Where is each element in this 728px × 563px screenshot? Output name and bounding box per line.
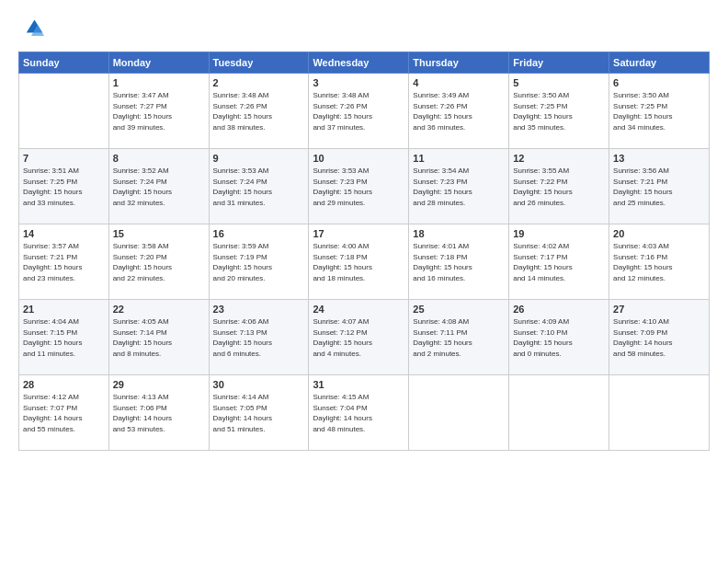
day-info: Sunrise: 4:02 AM Sunset: 7:17 PM Dayligh… [513, 241, 605, 283]
day-info: Sunrise: 4:06 AM Sunset: 7:13 PM Dayligh… [213, 316, 305, 359]
calendar-cell: 2Sunrise: 3:48 AM Sunset: 7:26 PM Daylig… [209, 74, 309, 149]
calendar-week-1: 1Sunrise: 3:47 AM Sunset: 7:27 PM Daylig… [19, 74, 710, 149]
day-number: 21 [23, 304, 105, 315]
day-number: 14 [23, 228, 105, 239]
calendar-cell: 4Sunrise: 3:49 AM Sunset: 7:26 PM Daylig… [409, 74, 509, 149]
day-number: 25 [413, 304, 505, 315]
day-info: Sunrise: 3:47 AM Sunset: 7:27 PM Dayligh… [113, 90, 205, 132]
day-number: 3 [313, 77, 404, 88]
calendar-cell: 21Sunrise: 4:04 AM Sunset: 7:15 PM Dayli… [19, 300, 109, 375]
day-number: 4 [413, 77, 505, 88]
day-number: 29 [113, 379, 205, 390]
day-info: Sunrise: 4:13 AM Sunset: 7:06 PM Dayligh… [113, 392, 205, 434]
day-number: 26 [513, 304, 605, 315]
day-number: 24 [313, 304, 404, 315]
calendar-cell: 6Sunrise: 3:50 AM Sunset: 7:25 PM Daylig… [609, 74, 710, 149]
day-info: Sunrise: 3:51 AM Sunset: 7:25 PM Dayligh… [23, 166, 105, 208]
day-number: 8 [113, 153, 205, 164]
day-info: Sunrise: 3:48 AM Sunset: 7:26 PM Dayligh… [313, 90, 404, 132]
calendar-cell: 26Sunrise: 4:09 AM Sunset: 7:10 PM Dayli… [509, 300, 609, 375]
calendar-cell: 7Sunrise: 3:51 AM Sunset: 7:25 PM Daylig… [19, 149, 109, 224]
calendar-cell: 28Sunrise: 4:12 AM Sunset: 7:07 PM Dayli… [19, 375, 109, 451]
calendar-cell: 19Sunrise: 4:02 AM Sunset: 7:17 PM Dayli… [509, 224, 609, 300]
calendar-header-row: SundayMondayTuesdayWednesdayThursdayFrid… [19, 52, 710, 74]
calendar-cell: 18Sunrise: 4:01 AM Sunset: 7:18 PM Dayli… [409, 224, 509, 300]
header [18, 17, 710, 42]
day-info: Sunrise: 4:09 AM Sunset: 7:10 PM Dayligh… [513, 316, 605, 359]
day-info: Sunrise: 3:52 AM Sunset: 7:24 PM Dayligh… [113, 166, 205, 208]
calendar-cell [19, 74, 109, 149]
day-number: 15 [113, 228, 205, 239]
calendar-cell: 1Sunrise: 3:47 AM Sunset: 7:27 PM Daylig… [108, 74, 209, 149]
day-number: 17 [313, 228, 404, 239]
weekday-header-wednesday: Wednesday [309, 52, 409, 74]
weekday-header-thursday: Thursday [409, 52, 509, 74]
day-number: 23 [213, 304, 305, 315]
logo [18, 17, 48, 42]
day-info: Sunrise: 3:50 AM Sunset: 7:25 PM Dayligh… [613, 90, 705, 132]
day-info: Sunrise: 3:56 AM Sunset: 7:21 PM Dayligh… [613, 166, 705, 208]
calendar-week-3: 14Sunrise: 3:57 AM Sunset: 7:21 PM Dayli… [19, 224, 710, 300]
day-number: 22 [113, 304, 205, 315]
calendar-cell: 20Sunrise: 4:03 AM Sunset: 7:16 PM Dayli… [609, 224, 710, 300]
day-number: 7 [23, 153, 105, 164]
day-info: Sunrise: 3:55 AM Sunset: 7:22 PM Dayligh… [513, 166, 605, 208]
day-info: Sunrise: 4:01 AM Sunset: 7:18 PM Dayligh… [413, 241, 505, 283]
calendar-cell: 15Sunrise: 3:58 AM Sunset: 7:20 PM Dayli… [108, 224, 209, 300]
day-info: Sunrise: 4:14 AM Sunset: 7:05 PM Dayligh… [213, 392, 305, 434]
day-info: Sunrise: 3:58 AM Sunset: 7:20 PM Dayligh… [113, 241, 205, 283]
day-number: 10 [313, 153, 404, 164]
day-info: Sunrise: 3:53 AM Sunset: 7:23 PM Dayligh… [313, 166, 404, 208]
day-number: 27 [613, 304, 705, 315]
day-number: 13 [613, 153, 705, 164]
weekday-header-sunday: Sunday [19, 52, 109, 74]
calendar-cell: 25Sunrise: 4:08 AM Sunset: 7:11 PM Dayli… [409, 300, 509, 375]
calendar-cell: 9Sunrise: 3:53 AM Sunset: 7:24 PM Daylig… [209, 149, 309, 224]
day-number: 18 [413, 228, 505, 239]
calendar-cell: 11Sunrise: 3:54 AM Sunset: 7:23 PM Dayli… [409, 149, 509, 224]
calendar-cell: 24Sunrise: 4:07 AM Sunset: 7:12 PM Dayli… [309, 300, 409, 375]
calendar-cell [509, 375, 609, 451]
calendar-cell: 29Sunrise: 4:13 AM Sunset: 7:06 PM Dayli… [108, 375, 209, 451]
day-number: 16 [213, 228, 305, 239]
day-info: Sunrise: 3:49 AM Sunset: 7:26 PM Dayligh… [413, 90, 505, 132]
calendar-cell: 22Sunrise: 4:05 AM Sunset: 7:14 PM Dayli… [108, 300, 209, 375]
day-info: Sunrise: 4:10 AM Sunset: 7:09 PM Dayligh… [613, 316, 705, 359]
calendar-cell: 30Sunrise: 4:14 AM Sunset: 7:05 PM Dayli… [209, 375, 309, 451]
calendar-cell: 10Sunrise: 3:53 AM Sunset: 7:23 PM Dayli… [309, 149, 409, 224]
day-info: Sunrise: 3:50 AM Sunset: 7:25 PM Dayligh… [513, 90, 605, 132]
day-info: Sunrise: 3:48 AM Sunset: 7:26 PM Dayligh… [213, 90, 305, 132]
calendar-week-2: 7Sunrise: 3:51 AM Sunset: 7:25 PM Daylig… [19, 149, 710, 224]
weekday-header-friday: Friday [509, 52, 609, 74]
day-number: 2 [213, 77, 305, 88]
day-info: Sunrise: 3:57 AM Sunset: 7:21 PM Dayligh… [23, 241, 105, 283]
calendar-week-4: 21Sunrise: 4:04 AM Sunset: 7:15 PM Dayli… [19, 300, 710, 375]
calendar-cell: 13Sunrise: 3:56 AM Sunset: 7:21 PM Dayli… [609, 149, 710, 224]
calendar-week-5: 28Sunrise: 4:12 AM Sunset: 7:07 PM Dayli… [19, 375, 710, 451]
day-number: 11 [413, 153, 505, 164]
calendar-page: SundayMondayTuesdayWednesdayThursdayFrid… [0, 0, 728, 563]
day-info: Sunrise: 3:59 AM Sunset: 7:19 PM Dayligh… [213, 241, 305, 283]
calendar-cell: 16Sunrise: 3:59 AM Sunset: 7:19 PM Dayli… [209, 224, 309, 300]
day-number: 12 [513, 153, 605, 164]
weekday-header-tuesday: Tuesday [209, 52, 309, 74]
day-number: 9 [213, 153, 305, 164]
calendar-table: SundayMondayTuesdayWednesdayThursdayFrid… [18, 52, 710, 451]
day-info: Sunrise: 4:04 AM Sunset: 7:15 PM Dayligh… [23, 316, 105, 359]
day-info: Sunrise: 4:05 AM Sunset: 7:14 PM Dayligh… [113, 316, 205, 359]
day-number: 20 [613, 228, 705, 239]
day-info: Sunrise: 4:03 AM Sunset: 7:16 PM Dayligh… [613, 241, 705, 283]
day-number: 5 [513, 77, 605, 88]
weekday-header-saturday: Saturday [609, 52, 710, 74]
calendar-cell: 31Sunrise: 4:15 AM Sunset: 7:04 PM Dayli… [309, 375, 409, 451]
calendar-cell: 3Sunrise: 3:48 AM Sunset: 7:26 PM Daylig… [309, 74, 409, 149]
day-number: 31 [313, 379, 404, 390]
day-info: Sunrise: 4:08 AM Sunset: 7:11 PM Dayligh… [413, 316, 505, 359]
day-number: 1 [113, 77, 205, 88]
calendar-cell: 27Sunrise: 4:10 AM Sunset: 7:09 PM Dayli… [609, 300, 710, 375]
day-number: 30 [213, 379, 305, 390]
logo-icon [18, 17, 44, 42]
day-info: Sunrise: 4:15 AM Sunset: 7:04 PM Dayligh… [313, 392, 404, 434]
day-info: Sunrise: 4:07 AM Sunset: 7:12 PM Dayligh… [313, 316, 404, 359]
calendar-cell: 17Sunrise: 4:00 AM Sunset: 7:18 PM Dayli… [309, 224, 409, 300]
